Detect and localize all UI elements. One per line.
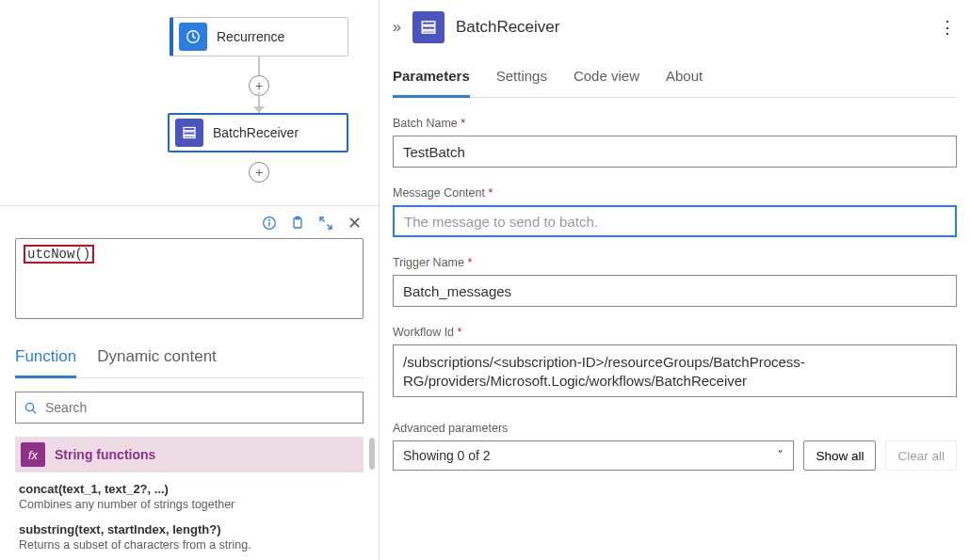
svg-rect-6 [268,222,269,227]
advanced-parameters-label: Advanced parameters [393,422,794,435]
expression-tabs: Function Dynamic content [15,342,364,378]
collapse-pane-icon[interactable]: » [393,19,401,36]
advanced-parameters-select[interactable]: Showing 0 of 2 ˅ [393,440,794,471]
svg-rect-11 [422,22,435,25]
pane-title: BatchReceiver [456,18,560,37]
tab-about[interactable]: About [666,62,703,97]
function-search[interactable] [15,392,364,424]
search-input[interactable] [45,400,355,415]
tab-settings[interactable]: Settings [496,62,547,97]
tab-dynamic-content[interactable]: Dynamic content [97,342,217,377]
function-description: Combines any number of strings together [19,498,360,511]
svg-rect-13 [422,31,435,33]
advanced-parameters-row: Advanced parameters Showing 0 of 2 ˅ Sho… [393,422,957,471]
search-icon [24,401,38,415]
workflow-canvas: Recurrence + BatchReceiver + [0,0,379,188]
svg-rect-2 [184,132,195,135]
designer-left-pane: Recurrence + BatchReceiver + ✕ utc [0,0,379,560]
function-signature: concat(text_1, text_2?, ...) [19,482,360,496]
expression-input[interactable]: utcNow() [15,238,364,319]
workflow-id-label: Workflow Id * [393,326,957,339]
workflow-id-input[interactable]: /subscriptions/<subscription-ID>/resourc… [393,344,957,397]
batch-icon [412,11,445,43]
svg-rect-1 [184,128,195,131]
batch-name-label: Batch Name * [393,117,957,130]
node-batchreceiver-label: BatchReceiver [213,125,299,140]
tab-parameters[interactable]: Parameters [393,62,470,98]
properties-pane: » BatchReceiver ⋮ Parameters Settings Co… [379,0,970,560]
message-content-label: Message Content * [393,186,957,200]
function-signature: substring(text, startIndex, length?) [19,522,360,536]
function-group-header[interactable]: fx String functions [15,437,364,472]
advanced-parameters-summary: Showing 0 of 2 [403,448,491,463]
expand-icon[interactable] [316,214,335,232]
message-content-input[interactable]: The message to send to batch. [393,205,957,237]
function-item-substring[interactable]: substring(text, startIndex, length?) Ret… [15,513,364,553]
clipboard-icon[interactable] [288,214,307,232]
chevron-down-icon: ˅ [777,448,784,463]
node-batchreceiver[interactable]: BatchReceiver [168,113,348,152]
expression-toolbar: ✕ [15,210,364,238]
connector-line [258,56,260,77]
tab-code-view[interactable]: Code view [574,62,639,97]
arrow-icon [253,106,265,113]
expression-panel: ✕ utcNow() Function Dynamic content fx S… [0,205,379,560]
svg-rect-3 [184,136,195,138]
batch-icon [175,119,203,147]
trigger-name-label: Trigger Name * [393,256,957,269]
node-recurrence[interactable]: Recurrence [170,17,348,56]
svg-line-10 [33,409,36,412]
fx-icon: fx [21,442,45,467]
add-step-button[interactable]: + [249,162,269,183]
clear-all-button[interactable]: Clear all [885,440,957,471]
svg-rect-12 [422,26,435,30]
svg-point-9 [25,403,33,410]
batch-name-input[interactable]: TestBatch [393,136,957,168]
close-icon[interactable]: ✕ [345,214,364,232]
node-recurrence-label: Recurrence [217,29,284,44]
function-item-concat[interactable]: concat(text_1, text_2?, ...) Combines an… [15,472,364,513]
expression-highlighted-value: utcNow() [24,245,94,264]
scrollbar[interactable] [369,438,375,470]
tab-function[interactable]: Function [15,342,76,378]
trigger-name-input[interactable]: Batch_messages [393,275,957,307]
more-menu-icon[interactable]: ⋮ [939,17,957,38]
pane-tabs: Parameters Settings Code view About [393,62,957,98]
svg-point-5 [268,219,270,221]
pane-header: » BatchReceiver ⋮ [393,0,957,55]
function-description: Returns a subset of characters from a st… [19,538,360,552]
clock-icon [179,23,207,51]
function-group-title: String functions [55,447,155,462]
show-all-button[interactable]: Show all [803,440,876,471]
info-icon[interactable] [260,214,279,232]
